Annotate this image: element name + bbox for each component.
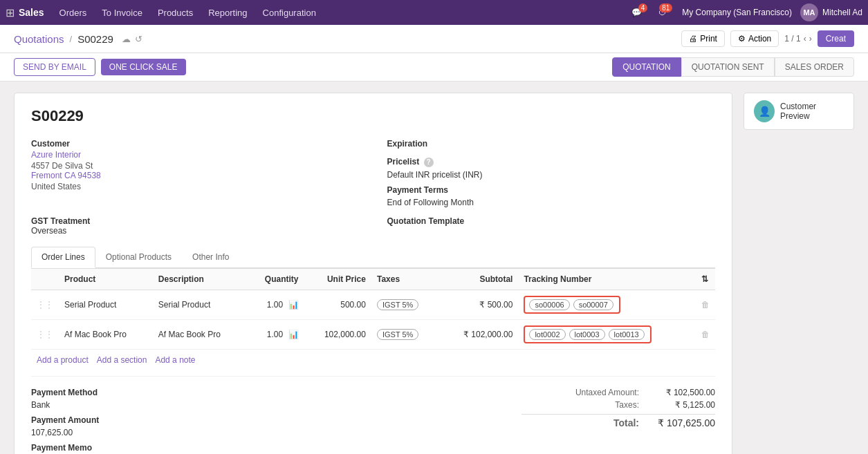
customer-country: United States [31, 182, 360, 191]
add-row-actions: Add a product Add a section Add a note [31, 350, 715, 370]
tracking-cell-2: lot0002 lot0003 lot0013 [524, 325, 690, 343]
payment-amount-value[interactable]: 107,625.00 [31, 428, 360, 437]
drag-handle-icon[interactable]: ⋮⋮ [37, 300, 53, 310]
nav-orders[interactable]: Orders [53, 5, 94, 21]
nav-configuration[interactable]: Configuration [256, 5, 323, 21]
tab-optional-products[interactable]: Optional Products [95, 247, 182, 267]
description-2: Af Mac Book Pro [153, 320, 247, 350]
nav-reporting[interactable]: Reporting [201, 5, 254, 21]
quantity-2: 1.00 [267, 330, 283, 339]
payment-amount-label: Payment Amount [31, 415, 360, 425]
pricelist-value[interactable]: Default INR pricelist (INR) [387, 170, 716, 180]
table-row: ⋮⋮ Serial Product Serial Product 1.00 📊 … [31, 290, 715, 320]
delete-row-2-icon[interactable]: 🗑 [701, 330, 710, 339]
tracking-tag-so00006[interactable]: so00006 [529, 299, 569, 310]
form-tabs: Order Lines Optional Products Other Info [31, 247, 715, 268]
create-button[interactable]: Creat [818, 30, 854, 47]
chat-badge: 4 [638, 3, 648, 12]
printer-icon: 🖨 [689, 34, 697, 44]
tab-quotation[interactable]: QUOTATION [612, 57, 681, 77]
tracking-tag-lot0002[interactable]: lot0002 [529, 329, 565, 340]
tab-order-lines[interactable]: Order Lines [31, 247, 95, 268]
order-table: Product Description Quantity Unit Price … [31, 268, 715, 350]
timer-icon-badge[interactable]: ⏱ 81 [658, 8, 667, 17]
col-tracking: Tracking Number [518, 269, 696, 290]
payment-method-value[interactable]: Bank [31, 400, 360, 410]
print-button[interactable]: 🖨 Print [681, 30, 725, 47]
action-bar: SEND BY EMAIL ONE CLICK SALE QUOTATION Q… [0, 53, 868, 82]
tab-sales-order[interactable]: SALES ORDER [775, 57, 854, 77]
untaxed-amount-value: ₹ 102,500.00 [653, 388, 715, 397]
add-note-link[interactable]: Add a note [155, 355, 195, 365]
tab-quotation-sent[interactable]: QUOTATION SENT [681, 57, 775, 77]
nav-logo[interactable]: ⊞ Sales [6, 6, 44, 19]
tracking-box-1: so00006 so00007 [524, 296, 620, 314]
payment-method-label: Payment Method [31, 388, 360, 397]
tracking-tag-lot0003[interactable]: lot0003 [569, 329, 605, 340]
grand-total-row: Total: ₹ 107,625.00 [521, 414, 715, 428]
main-content: S00229 Customer Azure Interior 4557 De S… [0, 82, 868, 454]
page-info: 1 / 1 [784, 34, 800, 44]
page-navigation: 1 / 1 ‹ › [784, 34, 811, 44]
customer-preview-icon: 👤 [754, 100, 775, 122]
tracking-tag-lot0013[interactable]: lot0013 [609, 329, 645, 340]
col-product: Product [59, 269, 153, 290]
nav-arrows: 🖨 Print ⚙ Action 1 / 1 ‹ › Creat [681, 30, 854, 47]
description-1: Serial Product [153, 290, 247, 320]
chat-icon-badge[interactable]: 💬 4 [631, 8, 642, 17]
footer-left: Payment Method Bank Payment Amount 107,6… [31, 388, 360, 454]
payment-terms-value[interactable]: End of Following Month [387, 198, 716, 207]
customer-address2[interactable]: Fremont CA 94538 [31, 171, 360, 180]
nav-to-invoice[interactable]: To Invoice [95, 5, 149, 21]
breadcrumb-icons: ☁ ↺ [122, 34, 142, 44]
user-menu[interactable]: MA Mitchell Ad [800, 3, 862, 21]
product-name-2[interactable]: Af Mac Book Pro [64, 330, 127, 339]
company-name: My Company (San Francisco) [682, 8, 792, 17]
avatar: MA [800, 3, 818, 21]
top-navigation: ⊞ Sales Orders To Invoice Products Repor… [0, 0, 868, 25]
cloud-icon[interactable]: ☁ [122, 34, 131, 44]
col-taxes: Taxes [371, 269, 441, 290]
product-name-1[interactable]: Serial Product [64, 300, 116, 310]
gst-value[interactable]: Overseas [31, 226, 360, 236]
add-section-link[interactable]: Add a section [97, 355, 147, 365]
breadcrumb-bar: Quotations / S00229 ☁ ↺ 🖨 Print ⚙ Action… [0, 25, 868, 53]
tab-other-info[interactable]: Other Info [182, 247, 239, 267]
user-name: Mitchell Ad [822, 8, 862, 17]
tax-tag-1: IGST 5% [377, 299, 418, 310]
payment-terms-label: Payment Terms [387, 185, 716, 195]
send-email-button[interactable]: SEND BY EMAIL [14, 58, 95, 76]
add-product-link[interactable]: Add a product [37, 355, 89, 365]
nav-products[interactable]: Products [151, 5, 200, 21]
total-label: Total: [521, 417, 639, 428]
untaxed-amount-row: Untaxed Amount: ₹ 102,500.00 [521, 388, 715, 397]
action-button[interactable]: ⚙ Action [730, 30, 779, 47]
tracking-cell-1: so00006 so00007 [524, 296, 690, 314]
customer-name[interactable]: Azure Interior [31, 150, 360, 160]
side-panel: 👤 Customer Preview [744, 93, 854, 454]
prev-icon[interactable]: ‹ [804, 34, 806, 44]
pricelist-help-icon[interactable]: ? [424, 158, 434, 167]
form-footer: Payment Method Bank Payment Amount 107,6… [31, 376, 715, 454]
col-quantity: Quantity [247, 269, 304, 290]
chart-icon-2[interactable]: 📊 [288, 330, 299, 339]
untaxed-amount-label: Untaxed Amount: [521, 388, 639, 397]
form-card: S00229 Customer Azure Interior 4557 De S… [14, 93, 732, 454]
breadcrumb-parent[interactable]: Quotations [14, 33, 64, 45]
tracking-tag-so00007[interactable]: so00007 [573, 299, 613, 310]
delete-row-1-icon[interactable]: 🗑 [701, 300, 710, 310]
quotation-template-field: Quotation Template [387, 216, 716, 236]
drag-handle-icon-2[interactable]: ⋮⋮ [37, 330, 53, 339]
expiration-field: Expiration [387, 139, 716, 151]
one-click-sale-button[interactable]: ONE CLICK SALE [101, 59, 186, 75]
customer-field: Customer Azure Interior 4557 De Silva St… [31, 139, 360, 207]
taxes-row: Taxes: ₹ 5,125.00 [521, 400, 715, 410]
customer-preview-button[interactable]: 👤 Customer Preview [744, 93, 854, 130]
next-icon[interactable]: › [809, 34, 812, 44]
subtotal-2: ₹ 102,000.00 [441, 320, 518, 350]
chart-icon-1[interactable]: 📊 [288, 300, 299, 310]
taxes-label: Taxes: [521, 400, 639, 410]
refresh-icon[interactable]: ↺ [135, 34, 142, 44]
sort-icon[interactable]: ⇅ [701, 274, 708, 284]
total-value: ₹ 107,625.00 [653, 417, 715, 428]
